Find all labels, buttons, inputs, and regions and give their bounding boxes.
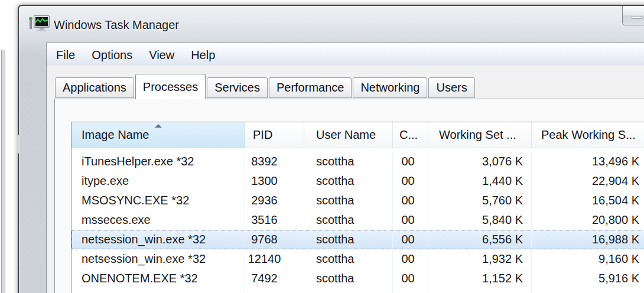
process-row-msseces[interactable]: msseces.exe 3516 scottha 00 5,840 K 20,8… — [71, 210, 644, 230]
working-set-cell: 3,076 K — [428, 152, 532, 171]
empty-list-area — [71, 288, 644, 293]
cpu-cell: 00 — [393, 210, 428, 230]
process-row-msosync[interactable]: MSOSYNC.EXE *32 2936 scottha 00 5,760 K … — [71, 191, 644, 210]
peak-working-set-cell: 9,160 K — [532, 249, 644, 269]
user-name-cell: scottha — [304, 152, 393, 171]
image-name-cell: msseces.exe — [71, 210, 245, 230]
icon-pin — [30, 19, 32, 29]
minimize-button[interactable] — [622, 6, 644, 25]
user-name-cell: scottha — [304, 171, 393, 191]
title-bar[interactable]: Windows Task Manager — [19, 6, 644, 38]
user-name-cell: scottha — [304, 191, 393, 210]
monitor-base — [37, 30, 46, 31]
pid-cell: 9768 — [245, 230, 304, 249]
cpu-cell: 00 — [393, 269, 428, 288]
list-body: iTunesHelper.exe *32 8392 scottha 00 3,0… — [71, 148, 644, 293]
tab-strip: Applications Processes Services Performa… — [55, 74, 644, 98]
working-set-cell: 1,440 K — [428, 171, 532, 191]
column-header-pid[interactable]: PID — [245, 122, 304, 148]
tab-services[interactable]: Services — [207, 77, 268, 98]
process-row-netsession-selected[interactable]: netsession_win.exe *32 9768 scottha 00 6… — [71, 230, 644, 249]
image-name-cell: iTunesHelper.exe *32 — [71, 152, 245, 171]
user-name-cell: scottha — [304, 249, 393, 269]
pid-cell: 2936 — [245, 191, 304, 210]
window-title: Windows Task Manager — [54, 18, 179, 32]
cpu-cell: 00 — [393, 230, 428, 249]
tab-networking[interactable]: Networking — [353, 77, 427, 98]
monitor-screen — [35, 17, 48, 26]
user-name-cell: scottha — [304, 210, 393, 230]
working-set-cell: 1,152 K — [428, 269, 532, 288]
column-header-cpu[interactable]: C... — [393, 122, 428, 148]
pid-cell: 3516 — [245, 210, 304, 230]
process-list: Image Name PID User Name C... Working Se… — [71, 122, 644, 293]
working-set-cell: 5,840 K — [428, 210, 532, 230]
sort-ascending-icon — [155, 124, 162, 128]
menu-help[interactable]: Help — [191, 48, 215, 62]
process-row-netsession[interactable]: netsession_win.exe *32 12140 scottha 00 … — [71, 249, 644, 269]
peak-working-set-cell: 5,916 K — [532, 269, 644, 288]
peak-working-set-cell: 16,504 K — [532, 191, 644, 210]
tab-performance[interactable]: Performance — [269, 77, 352, 98]
peak-working-set-cell: 20,800 K — [532, 210, 644, 230]
tab-users[interactable]: Users — [428, 77, 474, 98]
column-header-working-set[interactable]: Working Set ... — [428, 122, 532, 148]
working-set-cell: 5,760 K — [428, 191, 532, 210]
background-window-edge — [1, 50, 5, 293]
process-row-onenotem[interactable]: ONENOTEM.EXE *32 7492 scottha 00 1,152 K… — [71, 269, 644, 288]
working-set-cell: 6,556 K — [428, 230, 532, 249]
pid-cell: 8392 — [245, 152, 304, 171]
image-name-cell: itype.exe — [71, 171, 245, 191]
peak-working-set-cell: 22,904 K — [532, 171, 644, 191]
working-set-cell: 1,932 K — [428, 249, 532, 269]
cpu-cell: 00 — [393, 152, 428, 171]
user-name-cell: scottha — [304, 230, 393, 249]
image-name-cell: netsession_win.exe *32 — [71, 230, 245, 249]
task-manager-icon — [29, 15, 50, 31]
menu-bar: File Options View Help — [47, 45, 644, 66]
cpu-cell: 00 — [393, 191, 428, 210]
processes-tab-panel: Image Name PID User Name C... Working Se… — [54, 99, 644, 293]
tab-processes[interactable]: Processes — [135, 74, 206, 99]
list-header: Image Name PID User Name C... Working Se… — [71, 122, 644, 148]
process-row-itype[interactable]: itype.exe 1300 scottha 00 1,440 K 22,904… — [71, 171, 644, 191]
peak-working-set-cell: 16,988 K — [532, 230, 644, 249]
pid-cell: 7492 — [245, 269, 304, 288]
menu-options[interactable]: Options — [92, 48, 132, 62]
pid-cell: 1300 — [245, 171, 304, 191]
user-name-cell: scottha — [304, 269, 393, 288]
image-name-cell: MSOSYNC.EXE *32 — [71, 191, 245, 210]
cpu-cell: 00 — [393, 249, 428, 269]
task-manager-window: Windows Task Manager File Options View H… — [18, 5, 644, 293]
menu-file[interactable]: File — [56, 48, 75, 62]
menu-view[interactable]: View — [149, 48, 174, 62]
client-window: File Options View Help Applications Proc… — [46, 43, 644, 293]
image-name-cell: netsession_win.exe *32 — [71, 249, 245, 269]
minimize-icon — [632, 16, 643, 19]
image-name-cell: ONENOTEM.EXE *32 — [71, 269, 245, 288]
column-header-image-name[interactable]: Image Name — [71, 122, 245, 148]
peak-working-set-cell: 13,496 K — [532, 152, 644, 171]
tab-applications[interactable]: Applications — [55, 77, 134, 98]
cpu-cell: 00 — [393, 171, 428, 191]
pid-cell: 12140 — [245, 249, 304, 269]
process-row-itunshelper[interactable]: iTunesHelper.exe *32 8392 scottha 00 3,0… — [71, 152, 644, 171]
monitor-icon — [34, 15, 50, 28]
column-header-peak-working-set[interactable]: Peak Working S... — [532, 122, 644, 148]
column-header-user-name[interactable]: User Name — [304, 122, 393, 148]
frame-highlight — [18, 135, 20, 154]
